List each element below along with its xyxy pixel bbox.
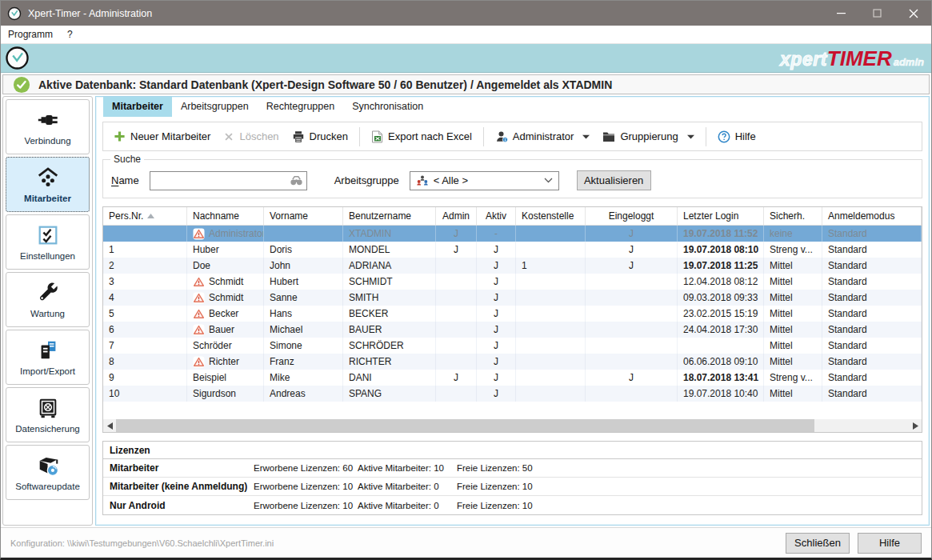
tab-mitarbeiter[interactable]: Mitarbeiter: [103, 97, 172, 117]
column-header-label: Vorname: [270, 210, 308, 222]
cell-text: 19.07.2018 11:25: [683, 260, 758, 271]
cell-text: Doris: [270, 244, 292, 255]
cell-admin: [436, 354, 477, 370]
user-icon: [495, 130, 508, 143]
toolbar-separator: [359, 127, 360, 146]
menu-programm[interactable]: Programm: [1, 26, 60, 43]
column-header-eingeloggt[interactable]: Eingeloggt: [586, 207, 678, 225]
cell-text: Mittel: [770, 324, 793, 335]
sidebar-item-wartung[interactable]: Wartung: [6, 272, 90, 327]
folder-icon: [602, 131, 615, 142]
horizontal-scrollbar[interactable]: [103, 419, 922, 432]
table-row[interactable]: 2DoeJohnADRIANAJ1J19.07.2018 11:25Mittel…: [103, 258, 922, 274]
table-row[interactable]: 6BauerMichaelBAUERJ24.04.2018 17:30Mitte…: [103, 322, 922, 338]
table-row[interactable]: 4SchmidtSanneSMITHJ09.03.2018 09:33Mitte…: [103, 290, 922, 306]
scroll-right-arrow-icon[interactable]: [909, 419, 922, 432]
table-row[interactable]: 3SchmidtHubertSCHMIDTJ12.04.2018 08:12Mi…: [103, 274, 922, 290]
column-header-anmeldemodus[interactable]: Anmeldemodus: [822, 207, 922, 225]
sidebar-item-import-export[interactable]: Import/Export: [6, 330, 90, 385]
name-input[interactable]: [150, 172, 290, 190]
menu-help[interactable]: ?: [60, 26, 80, 43]
cell-sicherh: Mittel: [764, 322, 822, 338]
neuer-mitarbeiter-button[interactable]: Neuer Mitarbeiter: [110, 128, 214, 145]
table-row[interactable]: 5BeckerHansBECKERJ23.02.2015 15:19Mittel…: [103, 306, 922, 322]
table-row[interactable]: 9BeispielMikeDANIJJJ18.07.2018 13:41Stre…: [103, 370, 922, 386]
footer: Konfiguration: \\kiwi\Testumgebungen\V60…: [1, 527, 931, 558]
cell-vorname: Doris: [264, 242, 343, 258]
cell-text: Administrator: [209, 228, 264, 239]
column-header-kostenstelle[interactable]: Kostenstelle: [516, 207, 586, 225]
column-header-nachname[interactable]: Nachname: [187, 207, 264, 225]
sidebar-item-softwareupdate[interactable]: Softwareupdate: [6, 445, 90, 500]
table-row[interactable]: 8RichterFranzRICHTERJ06.06.2018 09:10Mit…: [103, 354, 922, 370]
export-nach-excel-button[interactable]: Export nach Excel: [367, 128, 476, 146]
administrator-button[interactable]: Administrator: [491, 128, 594, 146]
column-header-letzter_login[interactable]: Letzter Login: [678, 207, 764, 225]
sidebar-item-einstellungen[interactable]: Einstellungen: [6, 214, 90, 270]
cell-text: BAUER: [349, 324, 382, 335]
scrollbar-thumb[interactable]: [116, 419, 814, 432]
tab-arbeitsgruppen[interactable]: Arbeitsgruppen: [172, 97, 258, 117]
cell-text: Mittel: [770, 308, 793, 319]
menubar: Programm ?: [1, 26, 931, 44]
cell-text: Standard: [828, 260, 867, 271]
table-row[interactable]: 7SchröderSimoneSCHRÖDERJMittelStandard: [103, 338, 922, 354]
cell-text: XTADMIN: [349, 228, 391, 239]
minimize-button[interactable]: [823, 1, 859, 26]
cell-nachname: Becker: [187, 306, 264, 322]
sidebar-item-mitarbeiter[interactable]: Mitarbeiter: [6, 157, 90, 212]
cell-text: Standard: [828, 356, 867, 367]
cell-kostenstelle: [516, 386, 586, 402]
close-button[interactable]: [895, 1, 931, 26]
cell-kostenstelle: [516, 290, 586, 306]
sidebar-item-datensicherung[interactable]: Datensicherung: [6, 387, 90, 442]
column-header-aktiv[interactable]: Aktiv: [477, 207, 516, 225]
main-area: VerbindungMitarbeiterEinstellungenWartun…: [1, 94, 931, 527]
scroll-left-arrow-icon[interactable]: [103, 419, 116, 432]
schliessen-button[interactable]: Schließen: [786, 533, 850, 554]
cell-text: 12.04.2018 08:12: [683, 276, 758, 287]
table-row[interactable]: 10SigurdsonAndreasSPANGJ19.07.2018 10:40…: [103, 386, 922, 402]
toolbar-button-label: Hilfe: [735, 130, 756, 142]
cell-kostenstelle: [516, 274, 586, 290]
column-header-admin[interactable]: Admin: [436, 207, 477, 225]
software-update-icon: [36, 454, 60, 478]
hilfe-button[interactable]: Hilfe: [714, 128, 760, 146]
cell-text: 19.07.2018 10:40: [683, 388, 758, 399]
cell-nachname: Richter: [187, 354, 264, 370]
cell-benutzername: XTADMIN: [343, 226, 436, 242]
cell-vorname: John: [264, 258, 343, 274]
column-header-vorname[interactable]: Vorname: [264, 207, 343, 225]
table-header: Pers.Nr.NachnameVornameBenutzernameAdmin…: [103, 207, 922, 226]
tab-rechtegruppen[interactable]: Rechtegruppen: [258, 97, 343, 117]
l-schen-button[interactable]: Löschen: [219, 128, 282, 145]
drucken-button[interactable]: Drucken: [288, 128, 352, 146]
column-header-sicherh[interactable]: Sicherh.: [764, 207, 822, 225]
cell-letzter_login: [678, 338, 764, 354]
ok-check-icon: [13, 76, 30, 94]
hilfe-button[interactable]: Hilfe: [858, 533, 922, 554]
column-header-benutzername[interactable]: Benutzername: [343, 207, 436, 225]
table-row[interactable]: AdministratorXTADMINJ-J19.07.2018 11:52k…: [103, 226, 922, 242]
aktualisieren-button[interactable]: Aktualisieren: [577, 170, 651, 190]
sort-asc-icon: [147, 214, 154, 218]
cell-text: 1: [522, 260, 527, 271]
cell-text: Standard: [828, 228, 867, 239]
license-active: Aktive Mitarbeiter: 0: [358, 501, 457, 510]
cell-text: J: [629, 244, 634, 255]
cell-persnr: 6: [103, 322, 187, 338]
content-panel: MitarbeiterArbeitsgruppenRechtegruppenSy…: [95, 96, 930, 526]
cell-text: 5: [109, 308, 114, 319]
license-active: Aktive Mitarbeiter: 0: [358, 482, 457, 491]
arbeitsgruppe-select[interactable]: < Alle >: [410, 171, 559, 190]
gruppierung-button[interactable]: Gruppierung: [598, 128, 698, 145]
tab-synchronisation[interactable]: Synchronisation: [343, 97, 432, 117]
warning-icon: [193, 292, 205, 304]
sidebar-item-verbindung[interactable]: Verbindung: [6, 99, 90, 154]
cell-persnr: [103, 226, 187, 242]
table-row[interactable]: 1HuberDorisMONDELJJJ19.07.2018 08:10Stre…: [103, 242, 922, 258]
column-header-persnr[interactable]: Pers.Nr.: [103, 207, 187, 225]
excel-icon: [371, 130, 383, 143]
maximize-button[interactable]: [859, 1, 895, 26]
cell-benutzername: DANI: [343, 370, 436, 386]
